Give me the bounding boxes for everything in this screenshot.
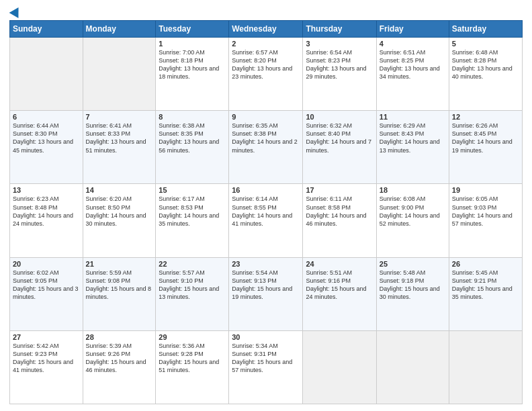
day-detail: Sunrise: 5:39 AM Sunset: 9:26 PM Dayligh… — [86, 342, 153, 375]
calendar-day-cell: 8Sunrise: 6:38 AM Sunset: 8:35 PM Daylig… — [156, 111, 229, 184]
day-detail: Sunrise: 6:51 AM Sunset: 8:25 PM Dayligh… — [380, 48, 446, 81]
calendar-week-row: 13Sunrise: 6:23 AM Sunset: 8:48 PM Dayli… — [10, 184, 523, 257]
day-number: 14 — [86, 186, 153, 194]
day-detail: Sunrise: 5:48 AM Sunset: 9:18 PM Dayligh… — [380, 269, 446, 302]
logo-triangle-icon — [9, 5, 24, 18]
day-detail: Sunrise: 5:36 AM Sunset: 9:28 PM Dayligh… — [159, 342, 226, 375]
calendar-week-row: 1Sunrise: 7:00 AM Sunset: 8:18 PM Daylig… — [10, 38, 523, 111]
calendar-day-cell: 15Sunrise: 6:17 AM Sunset: 8:53 PM Dayli… — [156, 184, 229, 257]
day-detail: Sunrise: 5:42 AM Sunset: 9:23 PM Dayligh… — [13, 342, 80, 375]
day-number: 13 — [13, 186, 80, 194]
day-number: 27 — [13, 333, 80, 341]
day-number: 11 — [380, 113, 446, 121]
day-detail: Sunrise: 5:59 AM Sunset: 9:08 PM Dayligh… — [86, 269, 153, 302]
calendar-day-cell: 1Sunrise: 7:00 AM Sunset: 8:18 PM Daylig… — [156, 38, 229, 111]
day-detail: Sunrise: 6:48 AM Sunset: 8:28 PM Dayligh… — [452, 48, 519, 81]
day-detail: Sunrise: 5:54 AM Sunset: 9:13 PM Dayligh… — [232, 269, 300, 302]
calendar-day-cell — [303, 330, 376, 404]
calendar-day-cell: 12Sunrise: 6:26 AM Sunset: 8:45 PM Dayli… — [449, 111, 522, 184]
day-number: 4 — [380, 40, 446, 48]
day-number: 5 — [452, 40, 519, 48]
calendar-day-cell: 7Sunrise: 6:41 AM Sunset: 8:33 PM Daylig… — [83, 111, 156, 184]
day-number: 18 — [380, 186, 446, 194]
day-detail: Sunrise: 6:20 AM Sunset: 8:50 PM Dayligh… — [86, 195, 153, 228]
day-number: 19 — [452, 186, 519, 194]
calendar-day-cell: 23Sunrise: 5:54 AM Sunset: 9:13 PM Dayli… — [229, 257, 303, 330]
calendar-day-cell: 19Sunrise: 6:05 AM Sunset: 9:03 PM Dayli… — [449, 184, 522, 257]
day-detail: Sunrise: 5:51 AM Sunset: 9:16 PM Dayligh… — [306, 269, 373, 302]
day-of-week-header: Sunday — [10, 21, 83, 38]
calendar-day-cell: 21Sunrise: 5:59 AM Sunset: 9:08 PM Dayli… — [83, 257, 156, 330]
calendar-week-row: 6Sunrise: 6:44 AM Sunset: 8:30 PM Daylig… — [10, 111, 523, 184]
day-of-week-header: Monday — [83, 21, 156, 38]
day-of-week-header: Wednesday — [229, 21, 303, 38]
day-detail: Sunrise: 6:02 AM Sunset: 9:05 PM Dayligh… — [13, 269, 80, 302]
calendar-header: SundayMondayTuesdayWednesdayThursdayFrid… — [10, 21, 523, 38]
day-number: 16 — [232, 186, 300, 194]
day-number: 10 — [306, 113, 373, 121]
day-number: 7 — [86, 113, 153, 121]
day-detail: Sunrise: 5:57 AM Sunset: 9:10 PM Dayligh… — [159, 269, 226, 302]
day-number: 29 — [159, 333, 226, 341]
day-number: 9 — [232, 113, 300, 121]
calendar-day-cell: 14Sunrise: 6:20 AM Sunset: 8:50 PM Dayli… — [83, 184, 156, 257]
calendar-day-cell: 9Sunrise: 6:35 AM Sunset: 8:38 PM Daylig… — [229, 111, 303, 184]
day-detail: Sunrise: 6:14 AM Sunset: 8:55 PM Dayligh… — [232, 195, 300, 228]
calendar-day-cell: 20Sunrise: 6:02 AM Sunset: 9:05 PM Dayli… — [10, 257, 83, 330]
calendar-day-cell: 13Sunrise: 6:23 AM Sunset: 8:48 PM Dayli… — [10, 184, 83, 257]
calendar-day-cell: 29Sunrise: 5:36 AM Sunset: 9:28 PM Dayli… — [156, 330, 229, 404]
day-number: 15 — [159, 186, 226, 194]
calendar-day-cell: 30Sunrise: 5:34 AM Sunset: 9:31 PM Dayli… — [229, 330, 303, 404]
day-of-week-header: Friday — [376, 21, 449, 38]
day-detail: Sunrise: 6:35 AM Sunset: 8:38 PM Dayligh… — [232, 122, 300, 154]
day-detail: Sunrise: 5:45 AM Sunset: 9:21 PM Dayligh… — [452, 269, 519, 302]
logo — [9, 7, 21, 16]
calendar-day-cell — [10, 38, 83, 111]
calendar-day-cell: 28Sunrise: 5:39 AM Sunset: 9:26 PM Dayli… — [83, 330, 156, 404]
day-number: 2 — [232, 40, 300, 48]
day-number: 17 — [306, 186, 373, 194]
day-detail: Sunrise: 6:44 AM Sunset: 8:30 PM Dayligh… — [13, 122, 80, 154]
calendar-day-cell: 16Sunrise: 6:14 AM Sunset: 8:55 PM Dayli… — [229, 184, 303, 257]
day-detail: Sunrise: 5:34 AM Sunset: 9:31 PM Dayligh… — [232, 342, 300, 375]
day-detail: Sunrise: 6:26 AM Sunset: 8:45 PM Dayligh… — [452, 122, 519, 154]
page: SundayMondayTuesdayWednesdayThursdayFrid… — [0, 0, 532, 411]
day-number: 8 — [159, 113, 226, 121]
day-detail: Sunrise: 6:08 AM Sunset: 9:00 PM Dayligh… — [380, 195, 446, 228]
day-number: 20 — [13, 260, 80, 268]
day-detail: Sunrise: 6:23 AM Sunset: 8:48 PM Dayligh… — [13, 195, 80, 228]
day-of-week-header: Thursday — [303, 21, 376, 38]
calendar-day-cell: 18Sunrise: 6:08 AM Sunset: 9:00 PM Dayli… — [376, 184, 449, 257]
day-number: 24 — [306, 260, 373, 268]
calendar-day-cell: 10Sunrise: 6:32 AM Sunset: 8:40 PM Dayli… — [303, 111, 376, 184]
day-number: 30 — [232, 333, 300, 341]
day-detail: Sunrise: 6:32 AM Sunset: 8:40 PM Dayligh… — [306, 122, 373, 154]
calendar-table: SundayMondayTuesdayWednesdayThursdayFrid… — [9, 20, 523, 404]
day-number: 23 — [232, 260, 300, 268]
calendar-day-cell: 4Sunrise: 6:51 AM Sunset: 8:25 PM Daylig… — [376, 38, 449, 111]
day-detail: Sunrise: 6:54 AM Sunset: 8:23 PM Dayligh… — [306, 48, 373, 81]
day-number: 21 — [86, 260, 153, 268]
calendar-day-cell: 27Sunrise: 5:42 AM Sunset: 9:23 PM Dayli… — [10, 330, 83, 404]
calendar-day-cell: 3Sunrise: 6:54 AM Sunset: 8:23 PM Daylig… — [303, 38, 376, 111]
calendar-day-cell: 24Sunrise: 5:51 AM Sunset: 9:16 PM Dayli… — [303, 257, 376, 330]
day-detail: Sunrise: 6:41 AM Sunset: 8:33 PM Dayligh… — [86, 122, 153, 154]
day-of-week-header: Tuesday — [156, 21, 229, 38]
days-of-week-row: SundayMondayTuesdayWednesdayThursdayFrid… — [10, 21, 523, 38]
day-number: 28 — [86, 333, 153, 341]
day-number: 26 — [452, 260, 519, 268]
calendar-day-cell: 5Sunrise: 6:48 AM Sunset: 8:28 PM Daylig… — [449, 38, 522, 111]
day-detail: Sunrise: 6:57 AM Sunset: 8:20 PM Dayligh… — [232, 48, 300, 81]
day-detail: Sunrise: 6:11 AM Sunset: 8:58 PM Dayligh… — [306, 195, 373, 228]
calendar-day-cell: 6Sunrise: 6:44 AM Sunset: 8:30 PM Daylig… — [10, 111, 83, 184]
day-number: 3 — [306, 40, 373, 48]
day-number: 1 — [159, 40, 226, 48]
calendar-day-cell: 17Sunrise: 6:11 AM Sunset: 8:58 PM Dayli… — [303, 184, 376, 257]
calendar-body: 1Sunrise: 7:00 AM Sunset: 8:18 PM Daylig… — [10, 38, 523, 404]
day-detail: Sunrise: 6:38 AM Sunset: 8:35 PM Dayligh… — [159, 122, 226, 154]
day-detail: Sunrise: 6:17 AM Sunset: 8:53 PM Dayligh… — [159, 195, 226, 228]
day-number: 25 — [380, 260, 446, 268]
calendar-day-cell: 2Sunrise: 6:57 AM Sunset: 8:20 PM Daylig… — [229, 38, 303, 111]
day-number: 6 — [13, 113, 80, 121]
day-detail: Sunrise: 6:05 AM Sunset: 9:03 PM Dayligh… — [452, 195, 519, 228]
